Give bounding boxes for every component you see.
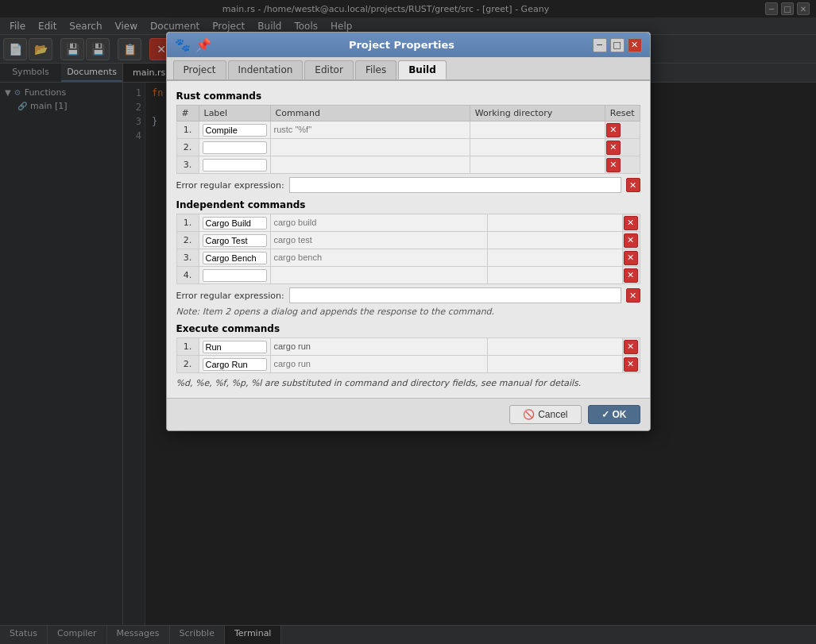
exec-row-1-dir-cell [487, 338, 622, 356]
rust-row-2-num: 2. [176, 139, 199, 156]
rust-row-2-cmd-cell [270, 139, 470, 156]
rust-error-del-btn[interactable]: ✕ [626, 178, 640, 192]
indep-row-4: 4. ✕ [176, 267, 640, 284]
dialog-tab-project[interactable]: Project [173, 60, 226, 79]
indep-row-2-label-cell [199, 232, 270, 249]
ok-button[interactable]: ✓ OK [588, 405, 640, 424]
indep-row-1-num: 1. [176, 214, 199, 232]
col-command: Command [270, 106, 470, 121]
exec-row-2: 2. ✕ [176, 356, 640, 373]
rust-row-1-num: 1. [176, 121, 199, 139]
exec-row-1-cmd-input[interactable] [274, 341, 484, 351]
rust-row-2-label-cell [199, 139, 270, 156]
exec-row-2-dir-cell [487, 356, 622, 373]
exec-row-2-cmd-cell [270, 356, 487, 373]
indep-row-3-cmd-input[interactable] [274, 253, 484, 262]
rust-row-3-del-btn[interactable]: ✕ [606, 158, 621, 172]
indep-row-3-dir-cell [487, 249, 622, 267]
indep-row-1-cmd-input[interactable] [274, 218, 484, 227]
rust-row-1-label-cell [199, 121, 270, 139]
indep-row-4-del-btn[interactable]: ✕ [624, 268, 638, 283]
dialog-tab-files[interactable]: Files [355, 60, 396, 79]
indep-row-3-del-btn[interactable]: ✕ [624, 251, 638, 265]
dialog-tab-editor[interactable]: Editor [304, 60, 354, 79]
rust-row-1-dir-input[interactable] [474, 125, 601, 134]
indep-row-2-del-btn[interactable]: ✕ [624, 233, 638, 248]
indep-row-3-label-input[interactable] [203, 252, 267, 264]
rust-row-3-dir-cell [470, 156, 605, 174]
indep-row-4-cmd-input[interactable] [274, 270, 484, 280]
indep-row-2-dir-cell [487, 232, 622, 249]
dialog-overlay: 🐾 📌 Project Properties − □ ✕ Project Ind… [0, 0, 816, 644]
exec-row-2-cmd-input[interactable] [274, 359, 484, 368]
indep-row-1-label-input[interactable] [203, 217, 267, 229]
col-working-dir: Working directory [470, 106, 605, 121]
ok-icon: ✓ [601, 409, 609, 420]
rust-row-2-dir-cell [470, 139, 605, 156]
exec-row-1-del-btn[interactable]: ✕ [624, 340, 638, 354]
rust-row-2-del-btn[interactable]: ✕ [606, 141, 621, 155]
dialog-tab-build[interactable]: Build [398, 60, 447, 79]
rust-commands-table: # Label Command Working directory Reset … [176, 105, 640, 174]
col-num: # [176, 106, 199, 121]
exec-row-2-del-btn[interactable]: ✕ [624, 357, 638, 372]
exec-row-2-label-input[interactable] [203, 358, 267, 371]
dialog-pin-icon: 📌 [195, 37, 211, 52]
dialog-minimize-btn[interactable]: − [593, 38, 607, 52]
rust-error-regex-input[interactable] [289, 177, 621, 193]
rust-row-1-del-btn[interactable]: ✕ [606, 123, 621, 137]
indep-row-4-del-cell: ✕ [622, 267, 640, 284]
indep-row-3-del-cell: ✕ [622, 249, 640, 267]
rust-error-row: Error regular expression: ✕ [176, 177, 640, 193]
indep-row-2-num: 2. [176, 232, 199, 249]
exec-row-2-dir-input[interactable] [491, 359, 619, 368]
indep-row-3-dir-input[interactable] [491, 253, 619, 262]
indep-row-4-num: 4. [176, 267, 199, 284]
exec-row-1-del-cell: ✕ [622, 338, 640, 356]
rust-row-3-label-cell [199, 156, 270, 174]
indep-row-4-dir-input[interactable] [491, 270, 619, 280]
rust-row-1-cmd-input[interactable] [274, 125, 466, 134]
dialog-window-buttons: − □ ✕ [593, 38, 642, 52]
dialog-tab-indentation[interactable]: Indentation [228, 60, 304, 79]
indep-row-3-label-cell [199, 249, 270, 267]
rust-row-3-cmd-input[interactable] [274, 160, 466, 169]
dialog-buttons: 🚫 Cancel ✓ OK [167, 398, 650, 430]
indep-row-1-dir-input[interactable] [491, 218, 619, 227]
dialog-maximize-btn[interactable]: □ [610, 38, 625, 52]
indep-row-3-num: 3. [176, 249, 199, 267]
indep-error-row: Error regular expression: ✕ [176, 287, 640, 303]
cancel-button[interactable]: 🚫 Cancel [509, 405, 581, 424]
indep-row-4-label-input[interactable] [203, 269, 267, 282]
rust-row-2-cmd-input[interactable] [274, 142, 466, 152]
rust-row-3-label-input[interactable] [203, 159, 267, 172]
exec-row-1-cmd-cell [270, 338, 487, 356]
independent-note: Note: Item 2 opens a dialog and appends … [176, 307, 640, 317]
exec-row-1-dir-input[interactable] [491, 341, 619, 351]
rust-row-1: 1. ✕ [176, 121, 640, 139]
rust-row-2-dir-input[interactable] [474, 142, 601, 152]
indep-error-label: Error regular expression: [176, 291, 284, 301]
rust-row-1-dir-cell [470, 121, 605, 139]
dialog-tabs: Project Indentation Editor Files Build [167, 57, 650, 81]
indep-row-2-label-input[interactable] [203, 234, 267, 247]
indep-row-2-cmd-input[interactable] [274, 235, 484, 245]
rust-row-2-label-input[interactable] [203, 141, 267, 154]
dialog-geany-icon: 🐾 [175, 37, 191, 52]
execute-commands-table: 1. ✕ [176, 337, 640, 373]
indep-row-3: 3. ✕ [176, 249, 640, 267]
rust-row-1-label-input[interactable] [203, 124, 267, 137]
indep-row-1-label-cell [199, 214, 270, 232]
indep-row-1-del-btn[interactable]: ✕ [624, 216, 638, 230]
dialog-close-btn[interactable]: ✕ [628, 38, 642, 52]
indep-row-1-cmd-cell [270, 214, 487, 232]
rust-row-3-dir-input[interactable] [474, 160, 601, 169]
exec-row-1-num: 1. [176, 338, 199, 356]
indep-row-2-dir-input[interactable] [491, 235, 619, 245]
dialog-titlebar: 🐾 📌 Project Properties − □ ✕ [167, 33, 650, 57]
indep-error-regex-input[interactable] [289, 287, 621, 303]
indep-error-del-btn[interactable]: ✕ [626, 288, 640, 303]
indep-row-4-label-cell [199, 267, 270, 284]
exec-row-1-label-input[interactable] [203, 341, 267, 353]
rust-commands-header: Rust commands [176, 91, 640, 102]
